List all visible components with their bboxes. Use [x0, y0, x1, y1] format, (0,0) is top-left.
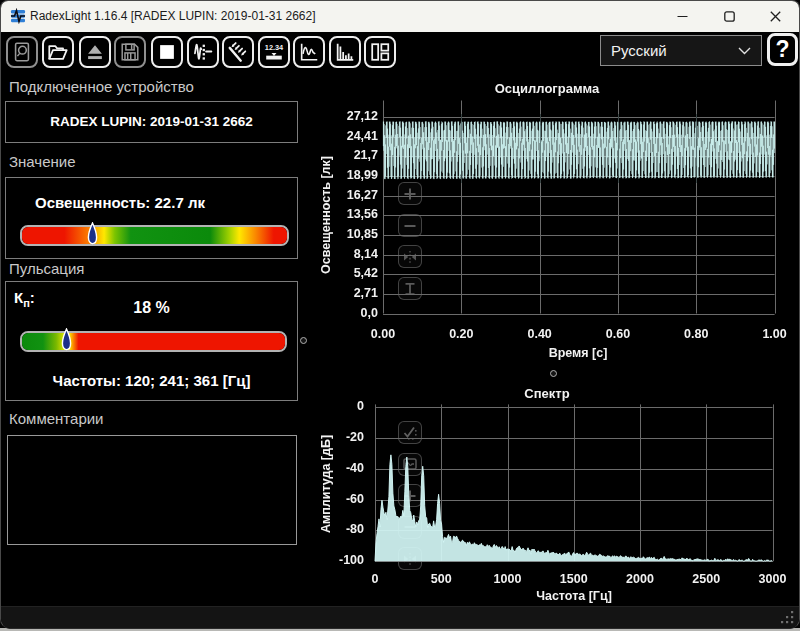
- oscillogram-x-tick: 0.20: [449, 327, 473, 341]
- toolbar-pulsation-button[interactable]: [187, 36, 219, 68]
- window-title: RadexLight 1.16.4 [RADEX LUPIN: 2019-01-…: [30, 1, 316, 32]
- oscillogram-x-axis-label: Время [с]: [549, 346, 608, 360]
- spec-fit-button[interactable]: [398, 547, 422, 570]
- oscillogram-x-tick: 0.80: [684, 327, 708, 341]
- oscillogram-x-tick: 0.00: [371, 327, 395, 341]
- comments-box: [7, 435, 297, 545]
- spec-zoom-out-button[interactable]: [398, 516, 422, 539]
- spectrum-title: Спектр: [524, 386, 569, 401]
- fit-vertical-icon: [402, 281, 418, 297]
- spec-wave-view-button[interactable]: [398, 453, 422, 476]
- oscillogram-y-tick: 21,7: [308, 148, 378, 162]
- spectrum-x-tick: 1500: [560, 572, 588, 586]
- device-section-label: Подключенное устройство: [9, 78, 194, 95]
- toolbar-layout-button[interactable]: [364, 36, 396, 68]
- toolbar-rays-button[interactable]: [222, 36, 254, 68]
- save-icon: [119, 41, 141, 63]
- help-label: ?: [775, 38, 789, 61]
- zoom-out-icon: [402, 519, 418, 535]
- zoom-in-icon: [402, 186, 418, 202]
- oscillogram-icon: [298, 41, 320, 63]
- spectrum-y-axis-label: Амплитуда [дБ]: [319, 435, 333, 533]
- spectrum-y-tick: -60: [294, 492, 364, 506]
- maximize-icon: [724, 11, 735, 22]
- spectrum-x-tick: 0: [372, 572, 379, 586]
- close-button[interactable]: [752, 1, 798, 32]
- resize-grip-icon[interactable]: [781, 611, 794, 624]
- toolbar-open-button[interactable]: [42, 36, 74, 68]
- light-rays-icon: [227, 41, 249, 63]
- oscillogram-x-tick: 0.40: [527, 327, 551, 341]
- zoom-out-icon: [402, 218, 418, 234]
- illuminance-gradient: [22, 227, 287, 244]
- spectrum-x-tick: 2000: [626, 572, 654, 586]
- illuminance-reading: Освещенность: 22.7 лк: [35, 194, 205, 211]
- maximize-button[interactable]: [706, 1, 752, 32]
- oscillogram-x-tick: 1.00: [762, 327, 786, 341]
- fit-horizontal-icon: [402, 249, 418, 265]
- horizontal-splitter-grip[interactable]: [550, 370, 557, 377]
- pulsation-icon: [192, 41, 214, 63]
- toolbar-preview-button[interactable]: [6, 36, 38, 68]
- fit-horizontal-icon: [402, 551, 418, 567]
- close-icon: [770, 11, 781, 22]
- status-bar: [1, 606, 799, 628]
- toolbar-eject-button[interactable]: [79, 36, 111, 68]
- spectrum-y-tick: -100: [294, 553, 364, 567]
- oscillogram-y-tick: 8,14: [308, 247, 378, 261]
- oscillogram-y-tick: 2,71: [308, 286, 378, 300]
- oscillogram-y-tick: 24,41: [308, 129, 378, 143]
- help-button[interactable]: ?: [767, 33, 798, 66]
- pulsation-section-label: Пульсация: [9, 260, 84, 277]
- value-box: Освещенность: 22.7 лк: [5, 177, 298, 259]
- spectrum-x-tick: 3000: [759, 572, 787, 586]
- spec-zoom-in-button[interactable]: [398, 484, 422, 507]
- oscillogram-y-tick: 13,56: [308, 207, 378, 221]
- toolbar-save-button[interactable]: [114, 36, 146, 68]
- check-box-icon: [402, 425, 418, 441]
- pulsation-marker-icon: [61, 328, 72, 351]
- chevron-down-icon: [738, 47, 751, 55]
- kp-value: 18 %: [6, 299, 297, 317]
- oscillogram-y-tick: 5,42: [308, 266, 378, 280]
- comments-input[interactable]: [8, 436, 296, 544]
- spectrum-x-tick: 1000: [494, 572, 522, 586]
- frequencies-text: Частоты: 120; 241; 361 [Гц]: [6, 372, 297, 389]
- osc-fit-vertical-button[interactable]: [398, 277, 422, 300]
- oscillogram-y-tick: 18,99: [308, 168, 378, 182]
- eject-icon: [84, 41, 106, 63]
- device-box: RADEX LUPIN: 2019-01-31 2662: [5, 101, 298, 143]
- pulsation-scale-bar: [20, 331, 287, 352]
- illuminance-scale-bar: [20, 225, 289, 246]
- oscillogram-y-tick: 16,27: [308, 188, 378, 202]
- minimize-icon: [677, 11, 688, 22]
- toolbar: 12.34: [1, 32, 799, 73]
- spectrum-y-tick: -80: [294, 522, 364, 536]
- spectrum-x-tick: 500: [431, 572, 452, 586]
- radexlight-window: RadexLight 1.16.4 [RADEX LUPIN: 2019-01-…: [0, 0, 800, 629]
- language-value: Русский: [611, 36, 667, 65]
- zoom-in-icon: [402, 488, 418, 504]
- spectrum-icon: [334, 41, 356, 63]
- osc-zoom-out-button[interactable]: [398, 214, 422, 237]
- spectrum-x-axis-label: Частота [Гц]: [536, 589, 612, 603]
- preview-zoom-icon: [11, 41, 33, 63]
- title-bar[interactable]: RadexLight 1.16.4 [RADEX LUPIN: 2019-01-…: [1, 1, 799, 32]
- oscillogram-y-tick: 27,12: [308, 109, 378, 123]
- spectrum-x-tick: 2500: [692, 572, 720, 586]
- toolbar-spectrum-button[interactable]: [329, 36, 361, 68]
- osc-zoom-in-button[interactable]: [398, 182, 422, 205]
- toolbar-display-button[interactable]: 12.34: [258, 36, 290, 68]
- spectrum-y-tick: -40: [294, 461, 364, 475]
- toolbar-oscillogram-button[interactable]: [293, 36, 325, 68]
- vertical-splitter-grip[interactable]: [300, 337, 307, 344]
- layout-icon: [369, 41, 391, 63]
- spectrum-y-tick: 0: [294, 399, 364, 413]
- osc-fit-horizontal-button[interactable]: [398, 245, 422, 268]
- spec-autoscale-button[interactable]: [398, 421, 422, 444]
- minimize-button[interactable]: [659, 1, 705, 32]
- toolbar-stop-button[interactable]: [151, 36, 183, 68]
- illuminance-marker-icon: [87, 222, 98, 245]
- app-icon: [10, 8, 26, 24]
- language-select[interactable]: Русский: [600, 35, 762, 66]
